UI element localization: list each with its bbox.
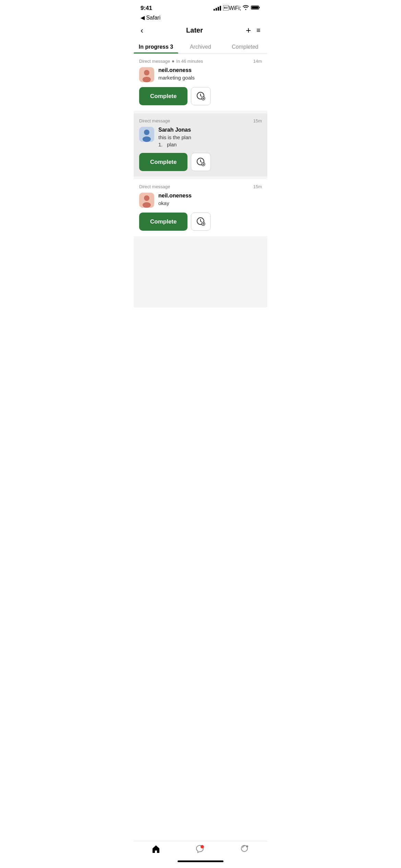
content-spacer: [134, 239, 267, 308]
nav-actions: + ≡: [246, 25, 260, 36]
message-type: Direct message: [139, 118, 170, 123]
message-body: neil.oneness marketing goals: [139, 67, 262, 82]
complete-button[interactable]: Complete: [139, 87, 187, 105]
complete-button[interactable]: Complete: [139, 153, 187, 171]
schedule-icon: [196, 91, 206, 101]
back-button[interactable]: ‹: [141, 26, 143, 35]
sender-name: neil.oneness: [158, 67, 262, 73]
tab-archived[interactable]: Archived: [178, 40, 223, 53]
message-meta-left: Direct message In 46 minutes: [139, 59, 203, 64]
sender-name: Sarah Jonas: [158, 127, 262, 133]
page-title: Later: [186, 26, 203, 34]
nav-bar: ‹ Later + ≡: [134, 22, 267, 40]
svg-point-10: [144, 130, 149, 135]
schedule-button[interactable]: [191, 153, 211, 171]
complete-button[interactable]: Complete: [139, 213, 187, 231]
message-text-block: neil.oneness marketing goals: [158, 67, 262, 81]
svg-point-11: [143, 136, 151, 142]
svg-point-17: [144, 195, 149, 201]
reminder-time: In 46 minutes: [176, 59, 203, 64]
message-preview: this is the plan1. plan: [158, 134, 262, 148]
avatar-sarah-icon: [139, 127, 154, 142]
message-time: 15m: [253, 118, 262, 123]
message-item: Direct message In 46 minutes 14m neil.on…: [134, 54, 267, 111]
message-type: Direct message: [139, 59, 170, 64]
status-time: 9:41: [141, 5, 152, 12]
avatar-neil-icon: [139, 67, 154, 82]
add-button[interactable]: +: [246, 25, 251, 36]
menu-button[interactable]: ≡: [256, 26, 260, 34]
message-meta: Direct message 15m: [139, 118, 262, 123]
message-time: 15m: [253, 184, 262, 189]
svg-point-3: [144, 70, 149, 75]
message-item: Direct message 15m neil.oneness okay Com…: [134, 179, 267, 236]
message-body: Sarah Jonas this is the plan1. plan: [139, 127, 262, 148]
message-item: Direct message 15m Sarah Jonas this is t…: [134, 113, 267, 177]
status-icons: WiFi;: [214, 5, 260, 11]
safari-back[interactable]: ◀ Safari: [134, 14, 267, 22]
tabs-container: In progress 3 Archived Completed: [134, 40, 267, 54]
svg-point-4: [143, 77, 151, 82]
signal-icon: [214, 6, 221, 11]
schedule-button[interactable]: [191, 213, 211, 231]
message-text-block: Sarah Jonas this is the plan1. plan: [158, 127, 262, 148]
message-meta-left: Direct message: [139, 184, 170, 189]
sender-name: neil.oneness: [158, 193, 262, 199]
message-meta: Direct message In 46 minutes 14m: [139, 59, 262, 64]
avatar: [139, 67, 154, 82]
wifi-icon: WiFi;: [223, 5, 249, 11]
avatar: [139, 193, 154, 208]
message-actions: Complete: [139, 87, 262, 105]
message-preview: marketing goals: [158, 74, 262, 81]
message-preview: okay: [158, 200, 262, 207]
message-time: 14m: [253, 59, 262, 64]
tab-completed[interactable]: Completed: [223, 40, 267, 53]
svg-rect-1: [252, 7, 258, 9]
message-meta-left: Direct message: [139, 118, 170, 123]
message-actions: Complete: [139, 213, 262, 231]
content-area: Direct message In 46 minutes 14m neil.on…: [134, 54, 267, 308]
meta-dot: [172, 60, 174, 62]
battery-icon: [251, 5, 260, 11]
message-actions: Complete: [139, 153, 262, 171]
status-bar: 9:41 WiFi;: [134, 0, 267, 14]
schedule-icon: [196, 157, 206, 167]
schedule-button[interactable]: [191, 87, 211, 105]
svg-point-18: [143, 202, 151, 208]
message-meta: Direct message 15m: [139, 184, 262, 189]
message-body: neil.oneness okay: [139, 193, 262, 208]
schedule-icon: [196, 216, 206, 227]
message-type: Direct message: [139, 184, 170, 189]
message-text-block: neil.oneness okay: [158, 193, 262, 207]
avatar: [139, 127, 154, 142]
avatar-neil2-icon: [139, 193, 154, 208]
tab-in-progress[interactable]: In progress 3: [134, 40, 178, 53]
